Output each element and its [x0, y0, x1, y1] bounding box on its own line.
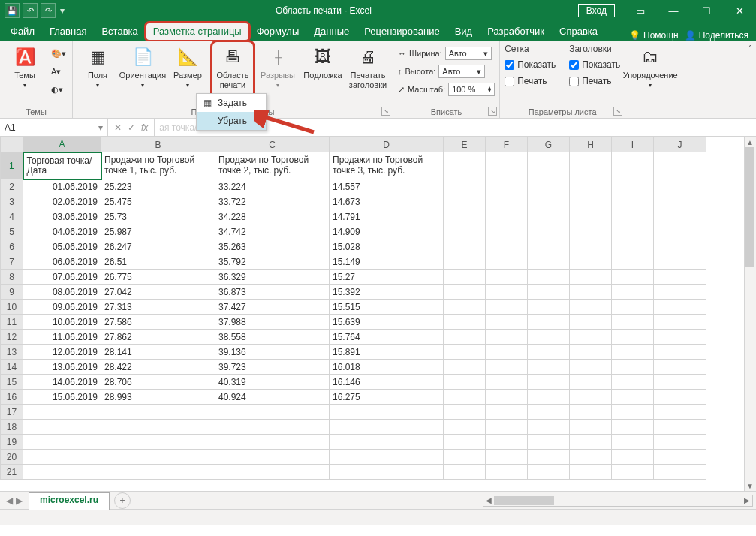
theme-fonts-button[interactable]: A▾ — [50, 63, 68, 80]
row-header[interactable]: 18 — [1, 420, 23, 435]
cell[interactable]: 28.141 — [101, 345, 215, 360]
theme-effects-button[interactable]: ◐▾ — [50, 81, 68, 98]
cell[interactable] — [570, 435, 612, 450]
cell[interactable] — [101, 420, 215, 435]
share-button[interactable]: 👤 Поделиться — [685, 30, 748, 41]
cell[interactable]: 35.792 — [215, 254, 330, 270]
cell[interactable] — [330, 405, 444, 420]
tab-review[interactable]: Рецензирование — [357, 23, 447, 41]
cell[interactable]: 16.018 — [330, 360, 444, 375]
cell[interactable] — [444, 435, 486, 450]
cell[interactable] — [528, 300, 570, 315]
column-header[interactable]: J — [654, 137, 706, 152]
cell[interactable]: 14.909 — [330, 224, 444, 239]
cell[interactable] — [528, 285, 570, 300]
cell[interactable]: 09.06.2019 — [23, 300, 101, 315]
row-header[interactable]: 7 — [1, 254, 23, 270]
cell[interactable]: Торговая точка/Дата — [23, 152, 101, 179]
cell[interactable] — [215, 420, 330, 435]
column-header[interactable]: F — [486, 137, 528, 152]
print-titles-button[interactable]: 🖨Печатать заголовки — [348, 42, 388, 89]
cell[interactable]: 26.247 — [101, 239, 215, 254]
cell[interactable]: 07.06.2019 — [23, 270, 101, 285]
cell[interactable] — [444, 420, 486, 435]
cell[interactable] — [486, 300, 528, 315]
column-header[interactable]: E — [444, 137, 486, 152]
cancel-icon[interactable]: ✕ — [114, 122, 122, 133]
orientation-button[interactable]: 📄Ориентация▾ — [122, 42, 163, 89]
cell[interactable] — [570, 209, 612, 224]
width-dropdown[interactable]: Авто▾ — [445, 47, 492, 60]
cell[interactable] — [654, 390, 706, 405]
undo-icon[interactable]: ↶ — [23, 3, 38, 18]
cell[interactable] — [486, 285, 528, 300]
cell[interactable] — [654, 152, 706, 179]
cell[interactable] — [444, 465, 486, 480]
cell[interactable]: 15.06.2019 — [23, 390, 101, 405]
cell[interactable] — [570, 179, 612, 194]
breaks-button[interactable]: ⟊Разрывы▾ — [258, 42, 298, 89]
login-button[interactable]: Вход — [578, 4, 615, 17]
cell[interactable] — [528, 375, 570, 390]
fx-icon[interactable]: fх — [141, 122, 148, 133]
cell[interactable]: 35.263 — [215, 239, 330, 254]
scroll-left-icon[interactable]: ◀ — [483, 495, 494, 506]
tab-view[interactable]: Вид — [447, 23, 480, 41]
column-header[interactable]: I — [612, 137, 654, 152]
cell[interactable]: 25.73 — [101, 209, 215, 224]
cell[interactable] — [654, 375, 706, 390]
qat-customize-icon[interactable]: ▾ — [59, 5, 65, 16]
cell[interactable] — [612, 285, 654, 300]
cell[interactable] — [570, 300, 612, 315]
tab-insert[interactable]: Вставка — [94, 23, 145, 41]
sheet-tab[interactable]: microexcel.ru — [29, 492, 110, 510]
cell[interactable]: 25.475 — [101, 194, 215, 209]
cell[interactable]: 03.06.2019 — [23, 209, 101, 224]
cell[interactable] — [654, 239, 706, 254]
cell[interactable] — [654, 345, 706, 360]
cell[interactable] — [444, 285, 486, 300]
gridlines-view-checkbox[interactable]: Показать — [505, 57, 556, 72]
cell[interactable]: 37.427 — [215, 300, 330, 315]
cell[interactable] — [612, 345, 654, 360]
row-header[interactable]: 1 — [1, 152, 23, 179]
tab-file[interactable]: Файл — [3, 23, 42, 41]
cell[interactable]: 15.891 — [330, 345, 444, 360]
row-header[interactable]: 3 — [1, 194, 23, 209]
cell[interactable] — [486, 194, 528, 209]
next-sheet-icon[interactable]: ▶ — [16, 495, 23, 506]
cell[interactable]: 40.924 — [215, 390, 330, 405]
tab-help[interactable]: Справка — [552, 23, 605, 41]
cell[interactable]: 14.06.2019 — [23, 375, 101, 390]
row-header[interactable]: 15 — [1, 375, 23, 390]
cell[interactable]: 28.422 — [101, 360, 215, 375]
cell[interactable] — [528, 194, 570, 209]
scroll-down-icon[interactable]: ▼ — [745, 480, 755, 491]
cell[interactable]: 26.51 — [101, 254, 215, 270]
print-area-button[interactable]: 🖶Область печати▾ — [212, 42, 253, 98]
cell[interactable] — [570, 360, 612, 375]
gridlines-print-checkbox[interactable]: Печать — [505, 74, 556, 89]
row-header[interactable]: 13 — [1, 345, 23, 360]
cell[interactable]: 27.862 — [101, 330, 215, 345]
cell[interactable]: 16.146 — [330, 375, 444, 390]
cell[interactable] — [486, 390, 528, 405]
cell[interactable]: 11.06.2019 — [23, 330, 101, 345]
new-sheet-button[interactable]: + — [114, 492, 131, 509]
cell[interactable] — [654, 420, 706, 435]
cell[interactable] — [654, 254, 706, 270]
cell[interactable] — [612, 465, 654, 480]
cell[interactable]: 34.742 — [215, 224, 330, 239]
cell[interactable] — [528, 405, 570, 420]
cell[interactable]: 15.392 — [330, 285, 444, 300]
cell[interactable] — [444, 360, 486, 375]
cell[interactable] — [215, 450, 330, 465]
cell[interactable] — [654, 285, 706, 300]
cell[interactable] — [215, 405, 330, 420]
cell[interactable] — [330, 465, 444, 480]
cell[interactable]: 16.275 — [330, 390, 444, 405]
cell[interactable] — [612, 435, 654, 450]
save-icon[interactable]: 💾 — [5, 3, 20, 18]
headings-print-checkbox[interactable]: Печать — [569, 74, 620, 89]
cell[interactable]: 40.319 — [215, 375, 330, 390]
